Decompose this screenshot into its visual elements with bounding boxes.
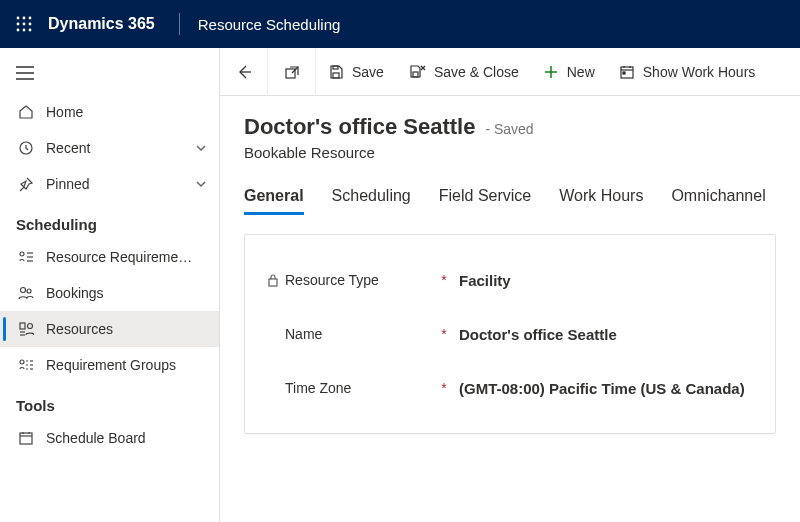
field-label: Name xyxy=(285,326,322,342)
field-value: Facility xyxy=(451,272,511,289)
brand-label: Dynamics 365 xyxy=(48,15,155,33)
save-icon xyxy=(328,64,344,80)
field-label: Time Zone xyxy=(285,380,351,396)
show-work-hours-label: Show Work Hours xyxy=(643,64,756,80)
chevron-down-icon xyxy=(195,178,207,190)
open-new-window-button[interactable] xyxy=(268,48,316,96)
field-resource-type[interactable]: Resource Type * Facility xyxy=(267,253,753,307)
tab-scheduling[interactable]: Scheduling xyxy=(332,181,411,215)
recent-icon xyxy=(16,140,36,156)
field-time-zone[interactable]: Time Zone * (GMT-08:00) Pacific Time (US… xyxy=(267,361,753,415)
sidebar-item-label: Schedule Board xyxy=(46,430,207,446)
tab-omnichannel[interactable]: Omnichannel xyxy=(671,181,765,215)
divider xyxy=(179,13,180,35)
sidebar-item-schedule-board[interactable]: Schedule Board xyxy=(0,420,219,456)
sidebar-item-requirement-groups[interactable]: Requirement Groups xyxy=(0,347,219,383)
requirement-groups-icon xyxy=(16,357,36,373)
save-label: Save xyxy=(352,64,384,80)
tab-field-service[interactable]: Field Service xyxy=(439,181,531,215)
svg-point-20 xyxy=(28,324,33,329)
field-label: Resource Type xyxy=(285,272,379,288)
calendar-icon xyxy=(16,430,36,446)
svg-point-23 xyxy=(20,360,24,364)
sidebar-item-label: Requirement Groups xyxy=(46,357,207,373)
plus-icon xyxy=(543,64,559,80)
sidebar-item-label: Recent xyxy=(46,140,195,156)
new-label: New xyxy=(567,64,595,80)
save-close-button[interactable]: Save & Close xyxy=(396,48,531,96)
app-name-label: Resource Scheduling xyxy=(198,16,341,33)
svg-rect-45 xyxy=(623,72,625,74)
tab-work-hours[interactable]: Work Hours xyxy=(559,181,643,215)
app-launcher-icon[interactable] xyxy=(10,10,38,38)
arrow-left-icon xyxy=(236,64,252,80)
page-title: Doctor's office Seattle xyxy=(244,114,475,140)
requirements-icon xyxy=(16,249,36,265)
sidebar-item-label: Home xyxy=(46,104,207,120)
sidebar-item-label: Resources xyxy=(46,321,207,337)
svg-point-6 xyxy=(17,29,20,32)
svg-point-8 xyxy=(29,29,32,32)
sidebar-item-pinned[interactable]: Pinned xyxy=(0,166,219,202)
hamburger-button[interactable] xyxy=(0,52,48,94)
lock-icon xyxy=(267,273,279,287)
svg-point-17 xyxy=(21,288,26,293)
resources-icon xyxy=(16,321,36,337)
command-bar: Save Save & Close New Show Work Hours xyxy=(220,48,800,96)
svg-point-0 xyxy=(17,17,20,20)
svg-rect-37 xyxy=(333,66,338,69)
sidebar-item-recent[interactable]: Recent xyxy=(0,130,219,166)
sidebar-item-home[interactable]: Home xyxy=(0,94,219,130)
svg-rect-35 xyxy=(286,69,295,78)
pin-icon xyxy=(16,176,36,192)
home-icon xyxy=(16,104,36,120)
sidebar-item-label: Resource Requireme… xyxy=(46,249,207,265)
svg-rect-30 xyxy=(20,433,32,444)
tabs: General Scheduling Field Service Work Ho… xyxy=(244,181,776,216)
sidebar-section-scheduling: Scheduling xyxy=(0,202,219,239)
back-button[interactable] xyxy=(220,48,268,96)
entity-label: Bookable Resource xyxy=(244,144,776,161)
svg-rect-38 xyxy=(413,72,418,77)
sidebar-section-tools: Tools xyxy=(0,383,219,420)
bookings-icon xyxy=(16,285,36,301)
field-value: Doctor's office Seattle xyxy=(451,326,617,343)
field-name[interactable]: Name * Doctor's office Seattle xyxy=(267,307,753,361)
svg-rect-46 xyxy=(269,279,277,286)
chevron-down-icon xyxy=(195,142,207,154)
svg-rect-36 xyxy=(333,73,339,78)
required-indicator: * xyxy=(437,326,451,342)
sidebar-item-label: Bookings xyxy=(46,285,207,301)
open-new-window-icon xyxy=(284,64,300,80)
svg-rect-19 xyxy=(20,323,25,329)
show-work-hours-button[interactable]: Show Work Hours xyxy=(607,48,768,96)
field-value: (GMT-08:00) Pacific Time (US & Canada) xyxy=(451,380,745,397)
sidebar-item-bookings[interactable]: Bookings xyxy=(0,275,219,311)
new-button[interactable]: New xyxy=(531,48,607,96)
save-close-icon xyxy=(408,64,426,80)
required-indicator: * xyxy=(437,380,451,396)
svg-point-2 xyxy=(29,17,32,20)
svg-point-4 xyxy=(23,23,26,26)
svg-point-1 xyxy=(23,17,26,20)
svg-point-5 xyxy=(29,23,32,26)
sidebar-item-label: Pinned xyxy=(46,176,195,192)
svg-point-3 xyxy=(17,23,20,26)
sidebar: Home Recent Pinned Scheduling R xyxy=(0,48,220,522)
save-status: - Saved xyxy=(485,121,533,137)
calendar-icon xyxy=(619,64,635,80)
save-button[interactable]: Save xyxy=(316,48,396,96)
tab-general[interactable]: General xyxy=(244,181,304,215)
form-card: Resource Type * Facility Name * Doctor's… xyxy=(244,234,776,434)
save-close-label: Save & Close xyxy=(434,64,519,80)
required-indicator: * xyxy=(437,272,451,288)
sidebar-item-resources[interactable]: Resources xyxy=(0,311,219,347)
sidebar-item-resource-requirements[interactable]: Resource Requireme… xyxy=(0,239,219,275)
svg-point-13 xyxy=(20,252,24,256)
svg-point-7 xyxy=(23,29,26,32)
svg-point-18 xyxy=(27,289,31,293)
